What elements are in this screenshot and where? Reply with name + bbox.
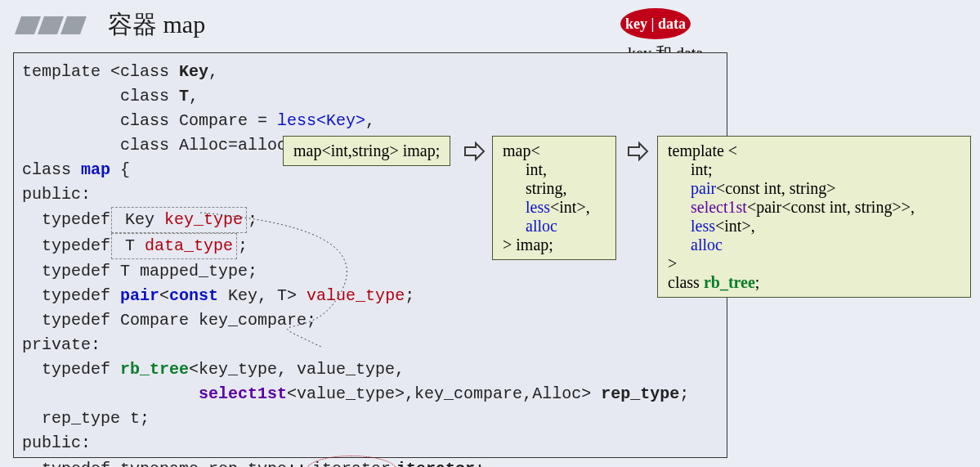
arrow-right-icon <box>463 141 486 162</box>
decor-bar <box>15 16 41 34</box>
arrow-right-icon <box>626 141 649 162</box>
connector-arc <box>196 209 409 356</box>
decor-bar <box>38 16 64 34</box>
key-data-badge: key | data <box>620 8 691 39</box>
example-decl-text: map<int,string> imap; <box>293 141 440 159</box>
decor-bars <box>15 16 87 34</box>
example-decl-callout: map<int,string> imap; <box>283 136 450 166</box>
slide-title: 容器 map <box>108 8 205 42</box>
decor-bar <box>60 16 87 34</box>
map-expansion-callout: map< int, string, less<int>, alloc > ima… <box>492 136 616 260</box>
rbtree-expansion-callout: template < int; pair<const int, string> … <box>657 136 971 298</box>
iterator-highlight: iterator <box>307 456 396 467</box>
slide-header: 容器 map <box>18 8 205 42</box>
